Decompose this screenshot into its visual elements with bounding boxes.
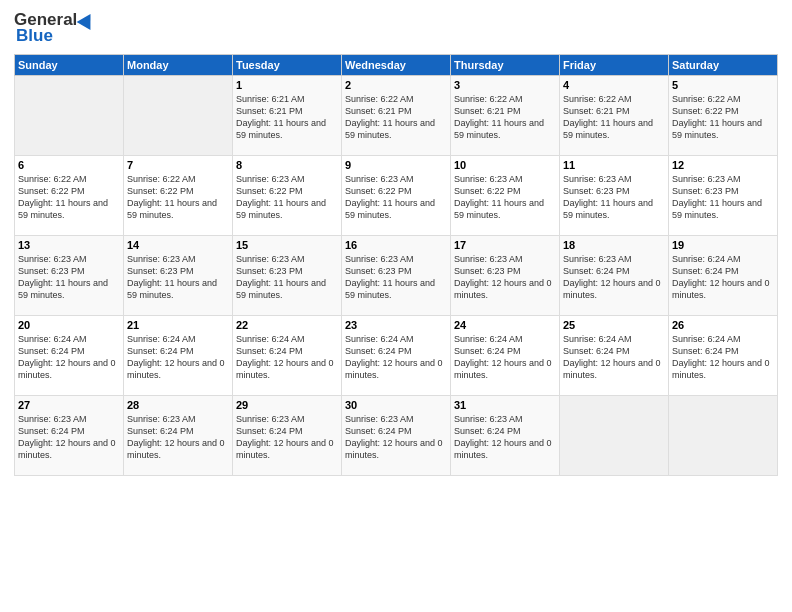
cell-date: 3 <box>454 79 556 91</box>
cell-date: 24 <box>454 319 556 331</box>
week-row-0: 1Sunrise: 6:21 AMSunset: 6:21 PMDaylight… <box>15 76 778 156</box>
cell-info: Sunrise: 6:23 AMSunset: 6:22 PMDaylight:… <box>454 173 556 222</box>
calendar-table: SundayMondayTuesdayWednesdayThursdayFrid… <box>14 54 778 476</box>
calendar-cell: 30Sunrise: 6:23 AMSunset: 6:24 PMDayligh… <box>342 396 451 476</box>
cell-date: 23 <box>345 319 447 331</box>
logo-triangle-icon <box>77 10 98 30</box>
calendar-cell: 26Sunrise: 6:24 AMSunset: 6:24 PMDayligh… <box>669 316 778 396</box>
day-header-tuesday: Tuesday <box>233 55 342 76</box>
calendar-page: General Blue SundayMondayTuesdayWednesda… <box>0 0 792 612</box>
cell-date: 8 <box>236 159 338 171</box>
cell-date: 27 <box>18 399 120 411</box>
cell-info: Sunrise: 6:21 AMSunset: 6:21 PMDaylight:… <box>236 93 338 142</box>
logo-blue-text: Blue <box>16 26 53 46</box>
cell-date: 28 <box>127 399 229 411</box>
cell-date: 7 <box>127 159 229 171</box>
cell-info: Sunrise: 6:24 AMSunset: 6:24 PMDaylight:… <box>563 333 665 382</box>
cell-info: Sunrise: 6:24 AMSunset: 6:24 PMDaylight:… <box>127 333 229 382</box>
cell-info: Sunrise: 6:23 AMSunset: 6:24 PMDaylight:… <box>563 253 665 302</box>
cell-date: 30 <box>345 399 447 411</box>
calendar-cell: 6Sunrise: 6:22 AMSunset: 6:22 PMDaylight… <box>15 156 124 236</box>
cell-date: 26 <box>672 319 774 331</box>
cell-date: 31 <box>454 399 556 411</box>
cell-date: 18 <box>563 239 665 251</box>
calendar-cell <box>560 396 669 476</box>
cell-info: Sunrise: 6:22 AMSunset: 6:21 PMDaylight:… <box>454 93 556 142</box>
cell-date: 16 <box>345 239 447 251</box>
cell-info: Sunrise: 6:23 AMSunset: 6:23 PMDaylight:… <box>127 253 229 302</box>
cell-date: 17 <box>454 239 556 251</box>
cell-info: Sunrise: 6:23 AMSunset: 6:24 PMDaylight:… <box>18 413 120 462</box>
cell-date: 10 <box>454 159 556 171</box>
calendar-cell: 23Sunrise: 6:24 AMSunset: 6:24 PMDayligh… <box>342 316 451 396</box>
calendar-cell: 20Sunrise: 6:24 AMSunset: 6:24 PMDayligh… <box>15 316 124 396</box>
calendar-cell: 11Sunrise: 6:23 AMSunset: 6:23 PMDayligh… <box>560 156 669 236</box>
calendar-cell: 31Sunrise: 6:23 AMSunset: 6:24 PMDayligh… <box>451 396 560 476</box>
cell-date: 9 <box>345 159 447 171</box>
calendar-cell: 9Sunrise: 6:23 AMSunset: 6:22 PMDaylight… <box>342 156 451 236</box>
cell-info: Sunrise: 6:23 AMSunset: 6:23 PMDaylight:… <box>236 253 338 302</box>
cell-info: Sunrise: 6:24 AMSunset: 6:24 PMDaylight:… <box>672 333 774 382</box>
calendar-cell: 5Sunrise: 6:22 AMSunset: 6:22 PMDaylight… <box>669 76 778 156</box>
day-header-thursday: Thursday <box>451 55 560 76</box>
calendar-cell: 1Sunrise: 6:21 AMSunset: 6:21 PMDaylight… <box>233 76 342 156</box>
logo: General Blue <box>14 10 95 46</box>
calendar-cell: 22Sunrise: 6:24 AMSunset: 6:24 PMDayligh… <box>233 316 342 396</box>
day-header-sunday: Sunday <box>15 55 124 76</box>
day-header-monday: Monday <box>124 55 233 76</box>
calendar-cell: 8Sunrise: 6:23 AMSunset: 6:22 PMDaylight… <box>233 156 342 236</box>
week-row-1: 6Sunrise: 6:22 AMSunset: 6:22 PMDaylight… <box>15 156 778 236</box>
calendar-cell: 12Sunrise: 6:23 AMSunset: 6:23 PMDayligh… <box>669 156 778 236</box>
calendar-cell <box>15 76 124 156</box>
cell-date: 4 <box>563 79 665 91</box>
cell-date: 12 <box>672 159 774 171</box>
calendar-cell: 29Sunrise: 6:23 AMSunset: 6:24 PMDayligh… <box>233 396 342 476</box>
cell-date: 15 <box>236 239 338 251</box>
cell-date: 21 <box>127 319 229 331</box>
cell-info: Sunrise: 6:23 AMSunset: 6:23 PMDaylight:… <box>563 173 665 222</box>
cell-date: 2 <box>345 79 447 91</box>
calendar-cell: 16Sunrise: 6:23 AMSunset: 6:23 PMDayligh… <box>342 236 451 316</box>
cell-info: Sunrise: 6:23 AMSunset: 6:22 PMDaylight:… <box>236 173 338 222</box>
day-header-wednesday: Wednesday <box>342 55 451 76</box>
cell-info: Sunrise: 6:23 AMSunset: 6:22 PMDaylight:… <box>345 173 447 222</box>
cell-info: Sunrise: 6:24 AMSunset: 6:24 PMDaylight:… <box>18 333 120 382</box>
cell-info: Sunrise: 6:22 AMSunset: 6:22 PMDaylight:… <box>127 173 229 222</box>
cell-date: 19 <box>672 239 774 251</box>
cell-info: Sunrise: 6:23 AMSunset: 6:23 PMDaylight:… <box>18 253 120 302</box>
header: General Blue <box>14 10 778 46</box>
cell-date: 11 <box>563 159 665 171</box>
calendar-cell: 13Sunrise: 6:23 AMSunset: 6:23 PMDayligh… <box>15 236 124 316</box>
cell-info: Sunrise: 6:22 AMSunset: 6:22 PMDaylight:… <box>18 173 120 222</box>
cell-date: 22 <box>236 319 338 331</box>
calendar-cell: 14Sunrise: 6:23 AMSunset: 6:23 PMDayligh… <box>124 236 233 316</box>
calendar-cell: 17Sunrise: 6:23 AMSunset: 6:23 PMDayligh… <box>451 236 560 316</box>
cell-info: Sunrise: 6:23 AMSunset: 6:24 PMDaylight:… <box>127 413 229 462</box>
calendar-cell <box>669 396 778 476</box>
cell-info: Sunrise: 6:23 AMSunset: 6:24 PMDaylight:… <box>236 413 338 462</box>
cell-info: Sunrise: 6:22 AMSunset: 6:21 PMDaylight:… <box>563 93 665 142</box>
cell-info: Sunrise: 6:24 AMSunset: 6:24 PMDaylight:… <box>672 253 774 302</box>
calendar-cell: 4Sunrise: 6:22 AMSunset: 6:21 PMDaylight… <box>560 76 669 156</box>
calendar-cell: 15Sunrise: 6:23 AMSunset: 6:23 PMDayligh… <box>233 236 342 316</box>
calendar-cell: 24Sunrise: 6:24 AMSunset: 6:24 PMDayligh… <box>451 316 560 396</box>
cell-info: Sunrise: 6:23 AMSunset: 6:23 PMDaylight:… <box>345 253 447 302</box>
cell-date: 25 <box>563 319 665 331</box>
cell-info: Sunrise: 6:23 AMSunset: 6:23 PMDaylight:… <box>672 173 774 222</box>
week-row-4: 27Sunrise: 6:23 AMSunset: 6:24 PMDayligh… <box>15 396 778 476</box>
calendar-cell: 2Sunrise: 6:22 AMSunset: 6:21 PMDaylight… <box>342 76 451 156</box>
calendar-cell: 21Sunrise: 6:24 AMSunset: 6:24 PMDayligh… <box>124 316 233 396</box>
calendar-header-row: SundayMondayTuesdayWednesdayThursdayFrid… <box>15 55 778 76</box>
calendar-cell: 18Sunrise: 6:23 AMSunset: 6:24 PMDayligh… <box>560 236 669 316</box>
cell-date: 14 <box>127 239 229 251</box>
calendar-cell: 10Sunrise: 6:23 AMSunset: 6:22 PMDayligh… <box>451 156 560 236</box>
cell-info: Sunrise: 6:24 AMSunset: 6:24 PMDaylight:… <box>236 333 338 382</box>
cell-date: 1 <box>236 79 338 91</box>
cell-date: 5 <box>672 79 774 91</box>
cell-info: Sunrise: 6:23 AMSunset: 6:23 PMDaylight:… <box>454 253 556 302</box>
calendar-cell: 25Sunrise: 6:24 AMSunset: 6:24 PMDayligh… <box>560 316 669 396</box>
calendar-cell: 3Sunrise: 6:22 AMSunset: 6:21 PMDaylight… <box>451 76 560 156</box>
cell-date: 29 <box>236 399 338 411</box>
cell-info: Sunrise: 6:23 AMSunset: 6:24 PMDaylight:… <box>454 413 556 462</box>
cell-info: Sunrise: 6:22 AMSunset: 6:21 PMDaylight:… <box>345 93 447 142</box>
